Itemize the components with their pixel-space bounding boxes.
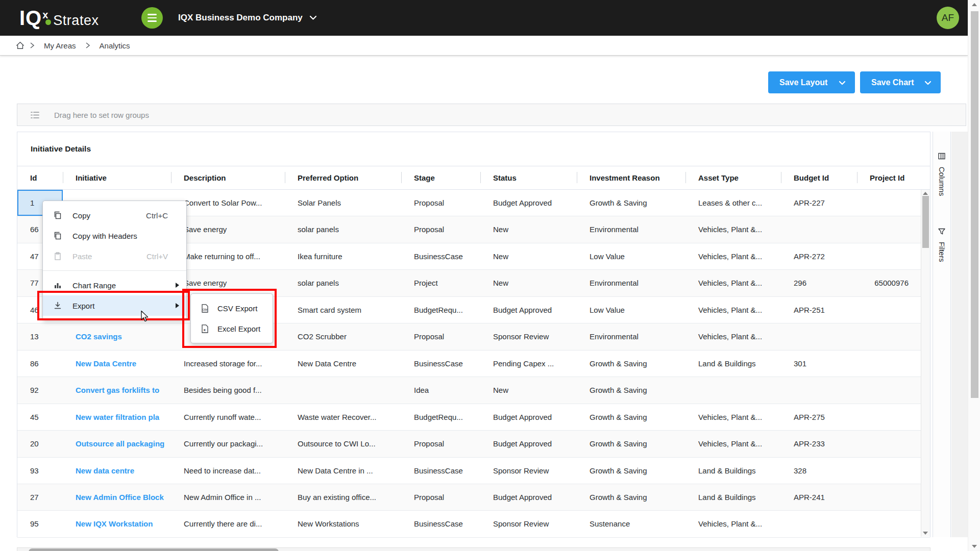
grid-cell-preferred_option[interactable]: New Data Centre <box>285 350 401 377</box>
grid-cell-status[interactable]: New <box>480 216 577 242</box>
grid-cell-investment_reason[interactable]: Growth & Saving <box>577 458 685 484</box>
grid-cell-description[interactable]: Currently our packagi... <box>171 431 285 457</box>
grid-cell-status[interactable]: New <box>480 243 577 269</box>
grid-cell-asset_type[interactable] <box>685 377 781 403</box>
grid-cell-description[interactable]: Currently there are di... <box>171 511 285 537</box>
scroll-up-arrow-icon[interactable] <box>972 3 977 6</box>
grid-cell-id[interactable]: 45 <box>17 404 63 430</box>
grid-cell-initiative[interactable]: Outsource all packaging <box>63 431 171 457</box>
grid-cell-asset_type[interactable]: Land & Buildings <box>685 484 781 510</box>
grid-cell-investment_reason[interactable]: Growth & Saving <box>577 431 685 457</box>
grid-cell-asset_type[interactable]: Vehicles, Plant &... <box>685 297 781 323</box>
grid-cell-preferred_option[interactable]: Outsource to CWI Lo... <box>285 431 401 457</box>
grid-cell-investment_reason[interactable]: Low Value <box>577 243 685 269</box>
save-layout-button[interactable]: Save Layout <box>768 71 855 93</box>
column-header-stage[interactable]: Stage <box>401 166 480 189</box>
grid-cell-budget_id[interactable]: 328 <box>781 458 857 484</box>
grid-cell-project_id[interactable] <box>857 350 921 377</box>
grid-cell-asset_type[interactable]: Land & Buildings <box>685 350 781 377</box>
grid-cell-budget_id[interactable] <box>781 511 857 537</box>
grid-cell-project_id[interactable] <box>857 404 921 430</box>
tab-filters[interactable]: Filters <box>938 222 946 267</box>
home-icon[interactable] <box>15 41 25 50</box>
chevron-down-icon[interactable] <box>924 78 932 87</box>
grid-cell-project_id[interactable] <box>857 377 921 403</box>
grid-cell-project_id[interactable] <box>857 431 921 457</box>
grid-cell-initiative[interactable]: CO2 savings <box>63 323 171 349</box>
grid-cell-project_id[interactable] <box>857 458 921 484</box>
grid-cell-status[interactable]: Budget Approved <box>480 431 577 457</box>
grid-horizontal-scrollbar[interactable] <box>17 547 930 551</box>
grid-cell-id[interactable]: 92 <box>17 377 63 403</box>
grid-cell-id[interactable]: 13 <box>17 323 63 349</box>
grid-cell-investment_reason[interactable]: Environmental <box>577 323 685 349</box>
grid-cell-status[interactable]: Budget Approved <box>480 190 577 216</box>
grid-cell-budget_id[interactable]: APR-272 <box>781 243 857 269</box>
grid-cell-project_id[interactable]: 65000976 <box>857 270 921 296</box>
grid-cell-stage[interactable]: Proposal <box>401 216 480 242</box>
grid-cell-stage[interactable]: BusinessCase <box>401 350 480 377</box>
menu-hamburger-button[interactable] <box>141 7 163 29</box>
grid-cell-initiative[interactable]: Convert gas forklifts to <box>63 377 171 403</box>
scrollbar-thumb[interactable] <box>971 11 978 398</box>
column-header-status[interactable]: Status <box>480 166 577 189</box>
grid-cell-status[interactable]: New <box>480 270 577 296</box>
grid-cell-project_id[interactable] <box>857 216 921 242</box>
column-header-preferred_option[interactable]: Preferred Option <box>285 166 401 189</box>
grid-cell-project_id[interactable] <box>857 323 921 349</box>
grid-cell-asset_type[interactable]: Leases & other c... <box>685 190 781 216</box>
grid-cell-asset_type[interactable]: Vehicles, Plant &... <box>685 270 781 296</box>
grid-cell-asset_type[interactable]: Vehicles, Plant &... <box>685 243 781 269</box>
grid-cell-preferred_option[interactable]: Smart card system <box>285 297 401 323</box>
grid-cell-id[interactable]: 93 <box>17 458 63 484</box>
grid-cell-project_id[interactable] <box>857 243 921 269</box>
grid-cell-stage[interactable]: Proposal <box>401 190 480 216</box>
grid-cell-investment_reason[interactable]: Growth & Saving <box>577 190 685 216</box>
grid-cell-budget_id[interactable]: APR-233 <box>781 431 857 457</box>
scroll-down-arrow-icon[interactable] <box>923 532 928 535</box>
grid-cell-investment_reason[interactable]: Growth & Saving <box>577 377 685 403</box>
grid-cell-project_id[interactable] <box>857 297 921 323</box>
grid-cell-initiative[interactable]: New data centre <box>63 458 171 484</box>
grid-cell-initiative[interactable]: New IQX Workstation <box>63 511 171 537</box>
menu-item-copy-with-headers[interactable]: Copy with Headers <box>43 226 186 246</box>
grid-cell-preferred_option[interactable]: solar panels <box>285 216 401 242</box>
grid-cell-investment_reason[interactable]: Low Value <box>577 297 685 323</box>
grid-cell-budget_id[interactable] <box>781 323 857 349</box>
grid-cell-status[interactable]: Pending Capex ... <box>480 350 577 377</box>
grid-cell-asset_type[interactable]: Land & Buildings <box>685 458 781 484</box>
grid-cell-stage[interactable]: BusinessCase <box>401 243 480 269</box>
grid-cell-id[interactable]: 27 <box>17 484 63 510</box>
grid-cell-description[interactable]: Need to increase dat... <box>171 458 285 484</box>
grid-cell-status[interactable]: Sponsor Review <box>480 458 577 484</box>
grid-cell-budget_id[interactable] <box>781 216 857 242</box>
grid-cell-stage[interactable]: Idea <box>401 377 480 403</box>
grid-cell-description[interactable]: Convert to Solar Pow... <box>171 190 285 216</box>
grid-cell-budget_id[interactable] <box>781 377 857 403</box>
menu-item-copy[interactable]: CopyCtrl+C <box>43 205 186 226</box>
grid-cell-preferred_option[interactable]: Waste water Recover... <box>285 404 401 430</box>
breadcrumb-my-areas[interactable]: My Areas <box>44 41 76 50</box>
grid-cell-project_id[interactable] <box>857 484 921 510</box>
grid-cell-investment_reason[interactable]: Sustenance <box>577 511 685 537</box>
grid-cell-preferred_option[interactable]: CO2 Scrubber <box>285 323 401 349</box>
grid-cell-budget_id[interactable]: APR-251 <box>781 297 857 323</box>
page-scrollbar[interactable] <box>968 0 980 551</box>
menu-item-chart-range[interactable]: Chart Range <box>43 275 186 295</box>
chevron-down-icon[interactable] <box>839 78 846 87</box>
grid-cell-initiative[interactable]: New Admin Office Block <box>63 484 171 510</box>
grid-cell-preferred_option[interactable] <box>285 377 401 403</box>
company-selector[interactable]: IQX Business Demo Company <box>178 0 317 36</box>
grid-cell-preferred_option[interactable]: Solar Panels <box>285 190 401 216</box>
grid-cell-id[interactable]: 86 <box>17 350 63 377</box>
menu-item-paste[interactable]: PasteCtrl+V <box>43 246 186 266</box>
grid-cell-project_id[interactable] <box>857 190 921 216</box>
grid-cell-initiative[interactable]: New water filtration pla <box>63 404 171 430</box>
grid-cell-budget_id[interactable]: APR-227 <box>781 190 857 216</box>
grid-cell-preferred_option[interactable]: New Data Centre in ... <box>285 458 401 484</box>
scrollbar-thumb[interactable] <box>29 548 279 551</box>
grid-cell-project_id[interactable] <box>857 511 921 537</box>
grid-cell-description[interactable]: New Admin Office in ... <box>171 484 285 510</box>
grid-cell-stage[interactable]: Proposal <box>401 484 480 510</box>
grid-cell-investment_reason[interactable]: Growth & Saving <box>577 350 685 377</box>
